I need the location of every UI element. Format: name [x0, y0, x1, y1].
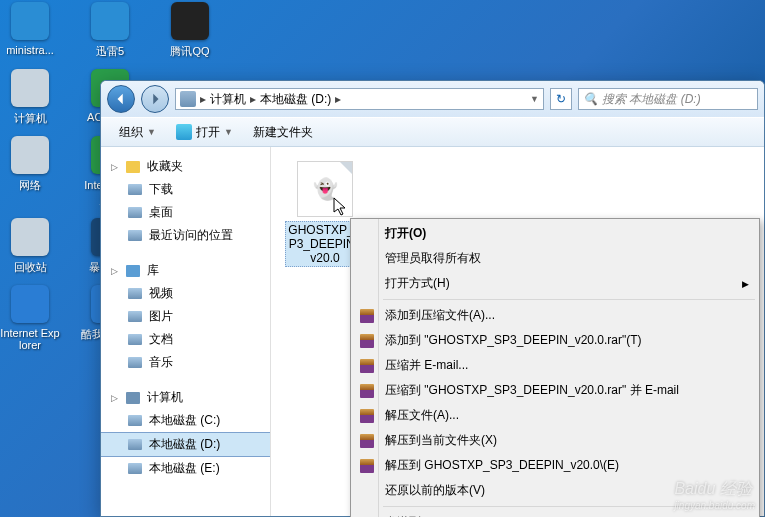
context-menu-item[interactable]: 发送到(N)▶ — [353, 510, 757, 517]
context-menu-item[interactable]: 添加到 "GHOSTXP_SP3_DEEPIN_v20.0.rar"(T) — [353, 328, 757, 353]
menu-item-label: 打开(O) — [385, 225, 426, 242]
watermark: Baidu 经验 jingyan.baidu.com — [674, 479, 755, 511]
icon-label: Internet Explorer — [0, 327, 60, 351]
item-icon — [127, 286, 143, 302]
item-icon — [127, 309, 143, 325]
context-menu-item[interactable]: 解压到当前文件夹(X) — [353, 428, 757, 453]
open-icon — [176, 124, 192, 140]
context-menu-item[interactable]: 管理员取得所有权 — [353, 246, 757, 271]
context-menu-item[interactable]: 添加到压缩文件(A)... — [353, 303, 757, 328]
sidebar-item-label: 本地磁盘 (D:) — [149, 436, 220, 453]
search-placeholder: 搜索 本地磁盘 (D:) — [602, 91, 701, 108]
submenu-arrow-icon: ▶ — [742, 279, 749, 289]
sidebar: ▷收藏夹下载桌面最近访问的位置▷库视频图片文档音乐▷计算机本地磁盘 (C:)本地… — [101, 147, 271, 516]
menu-item-label: 打开方式(H) — [385, 275, 450, 292]
icon-label: 计算机 — [14, 111, 47, 126]
new-folder-button[interactable]: 新建文件夹 — [245, 121, 321, 144]
search-input[interactable]: 🔍 搜索 本地磁盘 (D:) — [578, 88, 758, 110]
address-bar[interactable]: ▸ 计算机 ▸ 本地磁盘 (D:) ▸ ▼ — [175, 88, 544, 110]
breadcrumb-sep: ▸ — [335, 92, 341, 106]
open-button[interactable]: 打开▼ — [168, 121, 241, 144]
sidebar-item[interactable]: 本地磁盘 (D:) — [101, 432, 270, 457]
address-dropdown-icon[interactable]: ▼ — [530, 94, 539, 104]
icon-label: 腾讯QQ — [170, 44, 209, 59]
sidebar-item-label: 音乐 — [149, 354, 173, 371]
breadcrumb-root[interactable]: 计算机 — [210, 91, 246, 108]
sidebar-item-label: 本地磁盘 (E:) — [149, 460, 220, 477]
folder-icon — [125, 263, 141, 279]
sidebar-item[interactable]: 文档 — [101, 328, 270, 351]
sidebar-group-header[interactable]: ▷计算机 — [101, 386, 270, 409]
item-icon — [127, 332, 143, 348]
sidebar-group-header[interactable]: ▷库 — [101, 259, 270, 282]
sidebar-item-label: 图片 — [149, 308, 173, 325]
sidebar-item-label: 视频 — [149, 285, 173, 302]
sidebar-item[interactable]: 本地磁盘 (E:) — [101, 457, 270, 480]
desktop-icon[interactable]: ministra... — [0, 0, 60, 59]
rar-icon — [359, 433, 375, 449]
rar-icon — [359, 308, 375, 324]
context-menu-item[interactable]: 解压到 GHOSTXP_SP3_DEEPIN_v20.0\(E) — [353, 453, 757, 478]
menu-item-label: 管理员取得所有权 — [385, 250, 481, 267]
icon-label: 网络 — [19, 178, 41, 193]
rar-icon — [359, 383, 375, 399]
icon-label: 迅雷5 — [96, 44, 124, 59]
icon-label: ministra... — [6, 44, 54, 56]
refresh-button[interactable]: ↻ — [550, 88, 572, 110]
sidebar-item-label: 桌面 — [149, 204, 173, 221]
context-menu-item[interactable]: 压缩并 E-mail... — [353, 353, 757, 378]
forward-button[interactable] — [141, 85, 169, 113]
item-icon — [127, 205, 143, 221]
cursor-icon — [333, 197, 349, 217]
drive-icon — [180, 91, 196, 107]
item-icon — [127, 228, 143, 244]
search-icon: 🔍 — [583, 92, 598, 106]
desktop-icon[interactable]: 腾讯QQ — [160, 0, 220, 59]
app-icon — [9, 283, 51, 325]
sidebar-group-header[interactable]: ▷收藏夹 — [101, 155, 270, 178]
context-menu-item[interactable]: 压缩到 "GHOSTXP_SP3_DEEPIN_v20.0.rar" 并 E-m… — [353, 378, 757, 403]
sidebar-item[interactable]: 桌面 — [101, 201, 270, 224]
menu-item-label: 添加到 "GHOSTXP_SP3_DEEPIN_v20.0.rar"(T) — [385, 332, 642, 349]
context-menu-item[interactable]: 解压文件(A)... — [353, 403, 757, 428]
menu-item-label: 解压文件(A)... — [385, 407, 459, 424]
menu-item-label: 还原以前的版本(V) — [385, 482, 485, 499]
icon-label: 回收站 — [14, 260, 47, 275]
sidebar-item[interactable]: 图片 — [101, 305, 270, 328]
item-icon — [127, 355, 143, 371]
menu-item-label: 压缩并 E-mail... — [385, 357, 468, 374]
sidebar-item[interactable]: 最近访问的位置 — [101, 224, 270, 247]
context-menu: 打开(O)管理员取得所有权打开方式(H)▶添加到压缩文件(A)...添加到 "G… — [350, 218, 760, 517]
folder-icon — [125, 390, 141, 406]
sidebar-item-label: 最近访问的位置 — [149, 227, 233, 244]
sidebar-item-label: 下载 — [149, 181, 173, 198]
toolbar: 组织▼ 打开▼ 新建文件夹 — [101, 117, 764, 147]
desktop-icon[interactable]: 迅雷5 — [80, 0, 140, 59]
menu-item-label: 解压到当前文件夹(X) — [385, 432, 497, 449]
sidebar-item[interactable]: 视频 — [101, 282, 270, 305]
rar-icon — [359, 408, 375, 424]
context-menu-item[interactable]: 打开方式(H)▶ — [353, 271, 757, 296]
folder-icon — [125, 159, 141, 175]
desktop-icon[interactable]: Internet Explorer — [0, 283, 60, 351]
breadcrumb-sep: ▸ — [250, 92, 256, 106]
context-menu-item[interactable]: 打开(O) — [353, 221, 757, 246]
sidebar-item[interactable]: 本地磁盘 (C:) — [101, 409, 270, 432]
rar-icon — [359, 358, 375, 374]
desktop-icon[interactable]: 回收站 — [0, 216, 60, 275]
menu-item-label: 压缩到 "GHOSTXP_SP3_DEEPIN_v20.0.rar" 并 E-m… — [385, 382, 679, 399]
back-button[interactable] — [107, 85, 135, 113]
arrow-right-icon — [148, 92, 162, 106]
item-icon — [127, 437, 143, 453]
breadcrumb-current[interactable]: 本地磁盘 (D:) — [260, 91, 331, 108]
organize-button[interactable]: 组织▼ — [111, 121, 164, 144]
breadcrumb-sep: ▸ — [200, 92, 206, 106]
sidebar-item[interactable]: 音乐 — [101, 351, 270, 374]
desktop-icon[interactable]: 网络 — [0, 134, 60, 208]
rar-icon — [359, 458, 375, 474]
menu-separator — [383, 299, 755, 300]
desktop-icon[interactable]: 计算机 — [0, 67, 60, 126]
item-icon — [127, 182, 143, 198]
sidebar-item[interactable]: 下载 — [101, 178, 270, 201]
app-icon — [9, 0, 51, 42]
